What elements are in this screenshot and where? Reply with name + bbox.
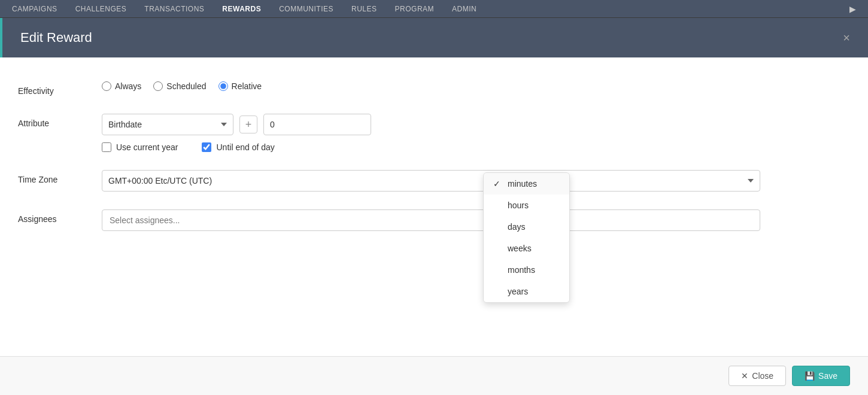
effectivity-label: Effectivity	[18, 81, 102, 96]
use-current-year-label: Use current year	[116, 142, 178, 152]
effectivity-content: Always Scheduled Relative	[102, 81, 850, 91]
attribute-content: Birthdate + Use current year Until end o…	[102, 114, 850, 152]
assignees-input[interactable]	[102, 209, 760, 231]
attribute-select[interactable]: Birthdate	[102, 114, 233, 135]
dropdown-years-label: years	[508, 287, 528, 296]
radio-relative-input[interactable]	[218, 81, 228, 91]
dropdown-months-label: months	[508, 265, 535, 275]
close-button-label: Close	[752, 371, 773, 381]
nav-item-communities[interactable]: COMMUNITIES	[279, 5, 333, 13]
radio-relative-label: Relative	[232, 81, 262, 91]
effectivity-radio-group: Always Scheduled Relative	[102, 81, 850, 91]
radio-scheduled[interactable]: Scheduled	[153, 81, 206, 91]
dropdown-item-weeks[interactable]: weeks	[484, 238, 569, 259]
top-navigation: CAMPAIGNS CHALLENGES TRANSACTIONS REWARD…	[0, 0, 868, 18]
modal-header: Edit Reward ×	[0, 18, 868, 57]
assignees-label: Assignees	[18, 209, 102, 224]
timezone-content: GMT+00:00 Etc/UTC (UTC)	[102, 170, 850, 192]
dropdown-item-hours[interactable]: hours	[484, 195, 569, 216]
effectivity-row: Effectivity Always Scheduled Relative	[18, 81, 850, 96]
until-end-of-day-checkbox[interactable]	[202, 142, 211, 152]
dropdown-hours-label: hours	[508, 200, 529, 210]
dropdown-item-days[interactable]: days	[484, 216, 569, 238]
dropdown-minutes-label: minutes	[508, 179, 537, 189]
modal-footer: ✕ Close 💾 Save	[0, 356, 868, 395]
close-x-icon: ✕	[741, 371, 748, 381]
unit-dropdown-menu: ✓ minutes hours days weeks months years	[483, 172, 570, 303]
nav-item-rules[interactable]: RULES	[351, 5, 377, 13]
dropdown-days-label: days	[508, 222, 526, 232]
radio-always-label: Always	[115, 81, 141, 91]
modal-title: Edit Reward	[20, 30, 92, 45]
dropdown-item-minutes[interactable]: ✓ minutes	[484, 173, 569, 195]
nav-item-challenges[interactable]: CHALLENGES	[75, 5, 127, 13]
attribute-row: Attribute Birthdate + Use current year	[18, 114, 850, 152]
modal-close-x-button[interactable]: ×	[843, 32, 850, 44]
attribute-checkbox-row: Use current year Until end of day	[102, 142, 850, 152]
attribute-input-row: Birthdate +	[102, 114, 850, 135]
radio-always[interactable]: Always	[102, 81, 141, 91]
dropdown-item-years[interactable]: years	[484, 281, 569, 302]
nav-item-program[interactable]: PROGRAM	[395, 5, 435, 13]
attribute-number-input[interactable]	[263, 114, 371, 135]
radio-scheduled-label: Scheduled	[166, 81, 206, 91]
timezone-label: Time Zone	[18, 170, 102, 184]
edit-reward-modal: Edit Reward × Effectivity Always Schedul…	[0, 18, 868, 395]
nav-expand-icon[interactable]: ▶	[849, 4, 856, 14]
save-button[interactable]: 💾 Save	[792, 366, 850, 386]
assignees-row: Assignees	[18, 209, 850, 231]
close-button[interactable]: ✕ Close	[729, 366, 786, 386]
use-current-year-checkbox[interactable]	[102, 142, 111, 152]
nav-item-rewards[interactable]: REWARDS	[222, 5, 261, 13]
timezone-select[interactable]: GMT+00:00 Etc/UTC (UTC)	[102, 170, 760, 192]
attribute-add-button[interactable]: +	[239, 116, 257, 133]
dropdown-item-months[interactable]: months	[484, 259, 569, 281]
dropdown-weeks-label: weeks	[508, 244, 532, 253]
until-end-of-day-checkbox-label[interactable]: Until end of day	[202, 142, 274, 152]
nav-item-transactions[interactable]: TRANSACTIONS	[144, 5, 204, 13]
save-icon: 💾	[805, 371, 815, 381]
radio-always-input[interactable]	[102, 81, 111, 91]
check-icon: ✓	[493, 179, 503, 189]
until-end-of-day-label: Until end of day	[216, 142, 274, 152]
modal-body: Effectivity Always Scheduled Relative	[0, 57, 868, 297]
radio-scheduled-input[interactable]	[153, 81, 163, 91]
use-current-year-checkbox-label[interactable]: Use current year	[102, 142, 178, 152]
nav-item-campaigns[interactable]: CAMPAIGNS	[12, 5, 57, 13]
timezone-row: Time Zone GMT+00:00 Etc/UTC (UTC)	[18, 170, 850, 192]
assignees-content	[102, 209, 850, 231]
radio-relative[interactable]: Relative	[218, 81, 262, 91]
attribute-label: Attribute	[18, 114, 102, 128]
save-button-label: Save	[818, 371, 837, 381]
nav-item-admin[interactable]: ADMIN	[452, 5, 477, 13]
